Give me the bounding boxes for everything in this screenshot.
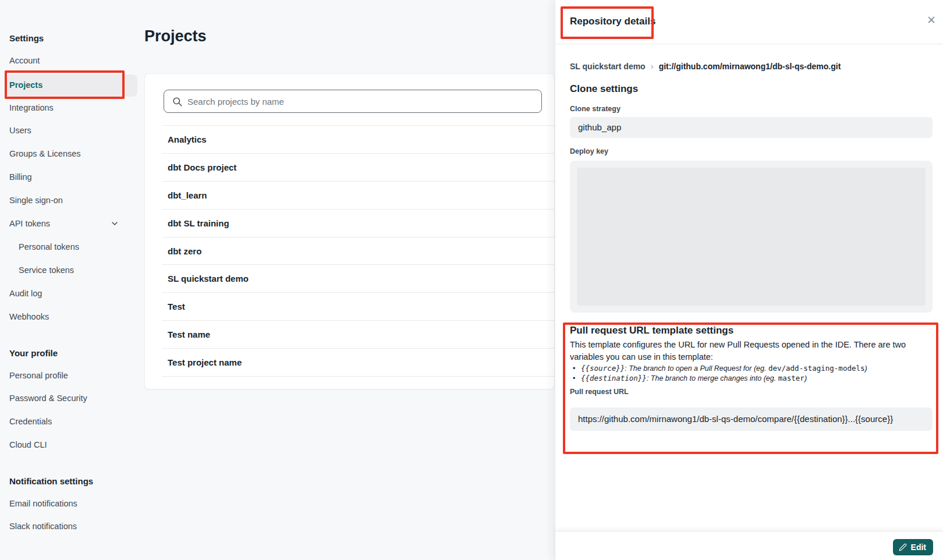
- sidebar-item-integrations[interactable]: Integrations: [9, 102, 54, 114]
- deploy-key-field: [570, 161, 933, 313]
- sidebar-header-your-profile: Your profile: [9, 348, 58, 359]
- panel-title: Repository details: [570, 16, 655, 27]
- list-item: {{source}}: The branch to open a Pull Re…: [573, 364, 928, 374]
- project-row-test[interactable]: Test: [162, 293, 555, 321]
- sidebar-item-projects[interactable]: Projects: [9, 79, 42, 91]
- project-list: Analytics dbt Docs project dbt_learn dbt…: [162, 125, 555, 377]
- sidebar-item-groups-licenses[interactable]: Groups & Licenses: [9, 148, 81, 160]
- sidebar-item-webhooks[interactable]: Webhooks: [9, 311, 49, 322]
- sidebar-item-account[interactable]: Account: [9, 55, 40, 66]
- sidebar-header-settings: Settings: [9, 33, 44, 44]
- project-row-dbt-sl-training[interactable]: dbt SL training: [162, 210, 555, 238]
- pull-request-settings-heading: Pull request URL template settings: [570, 325, 733, 336]
- project-row-test-project-name[interactable]: Test project name: [162, 349, 555, 377]
- sidebar-item-api-tokens[interactable]: API tokens: [9, 218, 50, 229]
- pencil-icon: [899, 543, 907, 551]
- panel-footer: Edit: [555, 531, 943, 560]
- sidebar-item-personal-tokens[interactable]: Personal tokens: [19, 241, 79, 253]
- list-item: {{destination}}: The branch to merge cha…: [573, 374, 928, 384]
- sidebar-item-credentials[interactable]: Credentials: [9, 416, 52, 427]
- clone-strategy-value: github_app: [570, 117, 933, 138]
- breadcrumb: SL quickstart demo›git://github.com/mirn…: [570, 61, 841, 71]
- pull-request-variable-list: {{source}}: The branch to open a Pull Re…: [573, 364, 928, 383]
- project-row-sl-quickstart-demo[interactable]: SL quickstart demo: [162, 265, 555, 293]
- close-icon[interactable]: ✕: [927, 14, 936, 27]
- project-row-dbt-learn[interactable]: dbt_learn: [162, 182, 555, 210]
- chevron-down-icon[interactable]: [110, 219, 119, 228]
- pull-request-url-label: Pull request URL: [570, 388, 629, 396]
- pull-request-description: This template configures the URL for new…: [570, 339, 932, 363]
- sidebar-item-email-notifications[interactable]: Email notifications: [9, 498, 77, 509]
- pull-request-url-field: https://github.com/mirnawong1/db-sl-qs-d…: [570, 407, 933, 431]
- search-input[interactable]: [187, 90, 534, 112]
- sidebar-item-cloud-cli[interactable]: Cloud CLI: [9, 439, 47, 451]
- app-root: Settings Account Projects Integrations U…: [0, 0, 943, 560]
- project-row-dbt-zero[interactable]: dbt zero: [162, 238, 555, 265]
- deploy-key-redacted-area: [577, 168, 926, 306]
- sidebar-item-users[interactable]: Users: [9, 125, 31, 136]
- sidebar-item-service-tokens[interactable]: Service tokens: [19, 264, 74, 276]
- page-title: Projects: [144, 27, 207, 45]
- sidebar-item-billing[interactable]: Billing: [9, 171, 32, 183]
- sidebar-item-slack-notifications[interactable]: Slack notifications: [9, 520, 77, 532]
- destination-variable-code: {{destination}}: [581, 374, 647, 382]
- sidebar-item-audit-log[interactable]: Audit log: [9, 288, 42, 299]
- repository-details-panel: Repository details ✕ SL quickstart demo›…: [555, 0, 943, 560]
- sidebar-item-password-security[interactable]: Password & Security: [9, 392, 87, 404]
- edit-button-label: Edit: [911, 543, 926, 552]
- project-row-test-name[interactable]: Test name: [162, 321, 555, 349]
- projects-card: Analytics dbt Docs project dbt_learn dbt…: [144, 73, 555, 389]
- panel-header-divider: [555, 44, 943, 44]
- clone-strategy-field: github_app: [570, 117, 933, 138]
- project-row-dbt-docs-project[interactable]: dbt Docs project: [162, 154, 555, 182]
- pull-request-url-value: https://github.com/mirnawong1/db-sl-qs-d…: [570, 407, 933, 431]
- search-icon: [172, 96, 183, 107]
- project-search: [164, 90, 542, 113]
- breadcrumb-project[interactable]: SL quickstart demo: [570, 62, 646, 71]
- deploy-key-label: Deploy key: [570, 147, 608, 155]
- clone-settings-heading: Clone settings: [570, 83, 638, 95]
- sidebar-header-notification-settings: Notification settings: [9, 476, 93, 487]
- breadcrumb-repo-url: git://github.com/mirnawong1/db-sl-qs-dem…: [659, 62, 841, 71]
- clone-strategy-label: Clone strategy: [570, 105, 621, 113]
- sidebar-item-personal-profile[interactable]: Personal profile: [9, 370, 68, 381]
- destination-example-code: master: [778, 374, 804, 382]
- source-variable-code: {{source}}: [581, 364, 625, 373]
- edit-button[interactable]: Edit: [893, 539, 933, 555]
- project-row-analytics[interactable]: Analytics: [162, 126, 555, 154]
- breadcrumb-separator-icon: ›: [646, 61, 659, 71]
- sidebar-item-single-sign-on[interactable]: Single sign-on: [9, 194, 63, 206]
- source-example-code: dev/add-staging-models: [768, 364, 865, 373]
